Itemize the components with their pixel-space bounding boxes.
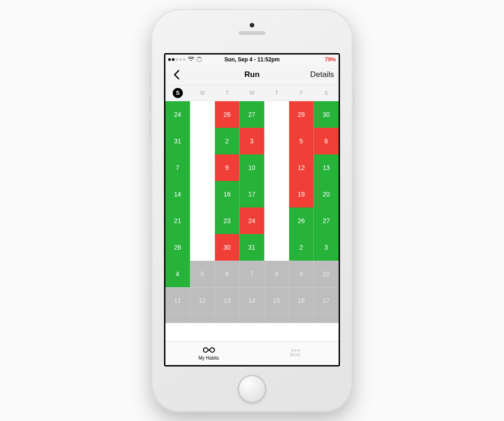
tab-label: More [290, 352, 301, 357]
calendar-cell [264, 234, 289, 261]
calendar-cell[interactable]: 8 [264, 261, 289, 287]
tab-label: My Habits [198, 355, 219, 361]
wifi-icon [188, 57, 194, 62]
page-title: Run [244, 70, 259, 79]
weekday-m-1: M [190, 86, 215, 101]
battery-percentage: 79% [325, 56, 336, 63]
calendar-cell[interactable]: 16 [289, 287, 314, 314]
calendar-cell[interactable]: 28 [165, 234, 190, 261]
calendar-cell[interactable]: 24 [314, 314, 339, 323]
calendar-cell[interactable]: 12 [289, 154, 314, 181]
weekday-active-pill: S [173, 88, 183, 98]
home-button[interactable] [238, 375, 266, 403]
status-bar: Sun, Sep 4 - 11:52pm 79% [165, 55, 339, 65]
more-dots-icon [291, 350, 300, 351]
calendar-cell[interactable]: 27 [314, 208, 339, 234]
calendar-row: 2426272930 [165, 101, 339, 128]
calendar-cell[interactable]: 17 [240, 181, 264, 208]
calendar-cell[interactable]: 9 [215, 154, 240, 181]
calendar-cell[interactable]: 21 [240, 314, 264, 323]
calendar-cell [190, 234, 215, 261]
calendar-cell[interactable]: 17 [314, 287, 339, 314]
weekday-s-0: S [165, 86, 190, 101]
front-camera [250, 23, 254, 27]
calendar-row: 18192021222324 [165, 314, 339, 323]
weekday-t-2: T [215, 86, 240, 101]
calendar-cell [264, 101, 289, 128]
calendar-cell [190, 128, 215, 154]
calendar-cell[interactable]: 13 [314, 154, 339, 181]
calendar-cell[interactable]: 19 [190, 314, 215, 323]
calendar-cell[interactable]: 23 [289, 314, 314, 323]
calendar-cell[interactable]: 6 [215, 261, 240, 287]
weekday-w-3: W [240, 86, 264, 101]
calendar-cell[interactable]: 2 [215, 128, 240, 154]
calendar-cell[interactable]: 26 [215, 101, 240, 128]
calendar-row: 79101213 [165, 154, 339, 181]
navigation-bar: Run Details [165, 65, 339, 86]
calendar-cell[interactable]: 3 [314, 234, 339, 261]
back-button[interactable] [170, 68, 183, 81]
tab-more[interactable]: More [252, 342, 339, 365]
calendar-row: 312356 [165, 128, 339, 154]
tab-bar: My Habits More [165, 341, 339, 365]
calendar-row: 11121314151617 [165, 287, 339, 314]
calendar-cell[interactable]: 4 [165, 261, 190, 287]
calendar-cell[interactable]: 20 [215, 314, 240, 323]
volume-up-button[interactable] [149, 96, 151, 116]
calendar-cell[interactable]: 14 [165, 181, 190, 208]
tab-my-habits[interactable]: My Habits [165, 342, 252, 365]
calendar-cell[interactable]: 2 [289, 234, 314, 261]
calendar-cell [190, 101, 215, 128]
calendar-cell[interactable]: 11 [165, 287, 190, 314]
habit-calendar[interactable]: 2426272930312356791012131416171920212324… [165, 101, 339, 341]
phone-device-frame: Sun, Sep 4 - 11:52pm 79% Run Details SMT… [151, 9, 353, 412]
calendar-cell[interactable]: 26 [289, 208, 314, 234]
cell-signal-icon [168, 58, 186, 61]
power-button[interactable] [353, 92, 355, 119]
calendar-cell[interactable]: 29 [289, 101, 314, 128]
calendar-cell [190, 181, 215, 208]
calendar-cell[interactable]: 7 [165, 154, 190, 181]
calendar-cell[interactable]: 9 [289, 261, 314, 287]
calendar-cell[interactable]: 12 [190, 287, 215, 314]
calendar-cell[interactable]: 20 [314, 181, 339, 208]
calendar-cell[interactable]: 22 [264, 314, 289, 323]
infinity-icon [203, 346, 215, 355]
calendar-cell [264, 154, 289, 181]
calendar-cell[interactable]: 16 [215, 181, 240, 208]
calendar-cell[interactable]: 31 [240, 234, 264, 261]
calendar-cell[interactable]: 6 [314, 128, 339, 154]
calendar-cell[interactable]: 18 [165, 314, 190, 323]
calendar-cell [190, 208, 215, 234]
calendar-cell[interactable]: 31 [165, 128, 190, 154]
calendar-cell[interactable]: 3 [240, 128, 264, 154]
calendar-row: 1416171920 [165, 181, 339, 208]
calendar-cell[interactable]: 15 [264, 287, 289, 314]
calendar-cell[interactable]: 23 [215, 208, 240, 234]
app-screen: Sun, Sep 4 - 11:52pm 79% Run Details SMT… [164, 53, 340, 366]
calendar-cell[interactable]: 7 [240, 261, 264, 287]
weekday-f-5: F [289, 86, 314, 101]
calendar-cell[interactable]: 30 [314, 101, 339, 128]
calendar-cell[interactable]: 24 [165, 101, 190, 128]
calendar-row: 28303123 [165, 234, 339, 261]
calendar-cell[interactable]: 14 [240, 287, 264, 314]
mute-switch[interactable] [149, 73, 151, 86]
calendar-cell[interactable]: 24 [240, 208, 264, 234]
network-activity-spinner-icon [197, 57, 202, 62]
details-button[interactable]: Details [310, 70, 334, 79]
weekday-t-4: T [264, 86, 289, 101]
calendar-cell[interactable]: 5 [289, 128, 314, 154]
calendar-cell[interactable]: 10 [240, 154, 264, 181]
calendar-cell[interactable]: 30 [215, 234, 240, 261]
calendar-cell[interactable]: 27 [240, 101, 264, 128]
volume-down-button[interactable] [149, 121, 151, 141]
calendar-cell[interactable]: 19 [289, 181, 314, 208]
calendar-cell[interactable]: 21 [165, 208, 190, 234]
calendar-cell[interactable]: 5 [190, 261, 215, 287]
calendar-cell[interactable]: 13 [215, 287, 240, 314]
weekday-header: SMTWTFS [165, 86, 339, 101]
status-left-cluster [168, 57, 202, 62]
calendar-cell[interactable]: 10 [314, 261, 339, 287]
